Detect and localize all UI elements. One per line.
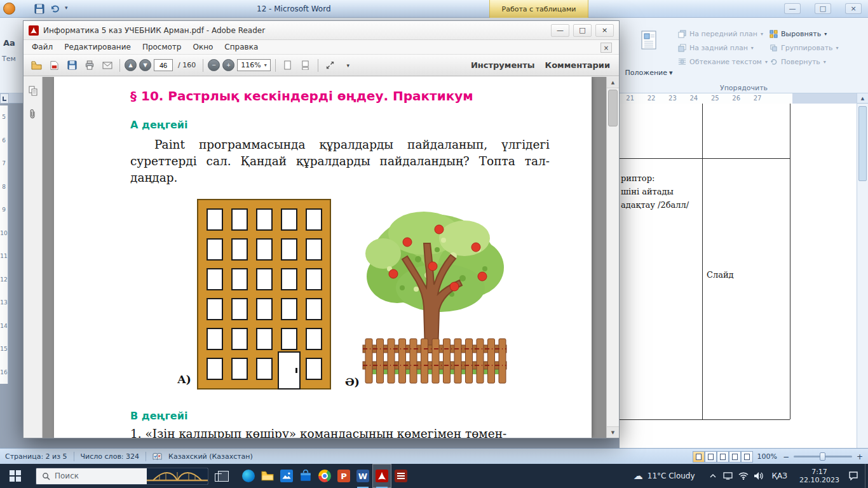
word-scroll-up[interactable]: ▲: [857, 93, 868, 104]
taskbar-photos-icon[interactable]: [277, 464, 296, 488]
word-app-icon[interactable]: [3, 3, 15, 15]
notification-center-icon[interactable]: [846, 464, 861, 488]
outline-view-button[interactable]: [729, 451, 741, 463]
zoom-in-button[interactable]: +: [855, 452, 864, 461]
menubar-close-icon[interactable]: ×: [600, 43, 612, 53]
adobe-scroll-thumb[interactable]: [608, 90, 618, 126]
menu-item[interactable]: Справка: [219, 41, 264, 53]
zoom-out-button[interactable]: −: [782, 452, 790, 461]
align-button[interactable]: Выровнять ▾: [770, 27, 839, 41]
email-icon[interactable]: [100, 58, 115, 73]
adobe-save-icon[interactable]: [64, 58, 79, 73]
ruler-number: 16: [0, 361, 8, 384]
adobe-maximize-button[interactable]: □: [573, 24, 592, 37]
search-input[interactable]: [55, 471, 147, 480]
pdf-heading: § 10. Растрлық кескіндерді өңдеу. Практи…: [130, 88, 473, 104]
send-back-button[interactable]: На задний план ▾: [678, 41, 768, 55]
hidden-icons-chevron[interactable]: [705, 464, 721, 488]
zoom-in-button[interactable]: +: [222, 59, 234, 71]
word-scrollbar[interactable]: ▲: [857, 93, 868, 448]
taskbar-store-icon[interactable]: [296, 464, 315, 488]
comments-button[interactable]: Комментарии: [541, 58, 614, 72]
taskbar-ebook-icon[interactable]: [391, 464, 410, 488]
zoom-slider-track[interactable]: [794, 456, 852, 458]
themes-aa-fragment[interactable]: Аа: [3, 38, 15, 48]
create-pdf-button[interactable]: [46, 58, 62, 73]
taskbar-chrome-icon[interactable]: [315, 464, 334, 488]
status-page-info[interactable]: Страница: 2 из 5: [5, 452, 67, 461]
weather-widget[interactable]: ☁ 11°C Cloudy: [634, 470, 695, 482]
system-tray: ☁ 11°C Cloudy ҚАЗ 7:17 22.10.2023: [634, 464, 868, 488]
status-word-count[interactable]: Число слов: 324: [81, 452, 140, 461]
table-border: [620, 419, 790, 420]
weather-text: 11°C Cloudy: [648, 471, 695, 480]
show-desktop-button[interactable]: [865, 464, 868, 488]
context-tab[interactable]: Работа с таблицами: [489, 0, 588, 18]
next-page-button[interactable]: ▼: [139, 59, 151, 71]
taskbar-search[interactable]: [36, 468, 208, 485]
status-zoom-percent[interactable]: 100%: [757, 452, 777, 461]
word-close-button[interactable]: ×: [845, 3, 862, 14]
word-maximize-button[interactable]: □: [815, 3, 831, 14]
open-file-button[interactable]: [29, 58, 44, 73]
taskbar-edge-icon[interactable]: [239, 464, 258, 488]
menu-item[interactable]: Файл: [26, 41, 58, 53]
network-wifi-icon[interactable]: [736, 464, 751, 488]
taskbar-adobe-reader-icon[interactable]: [372, 464, 391, 488]
draft-view-button[interactable]: [741, 451, 753, 463]
word-undo-icon[interactable]: [50, 4, 60, 14]
adobe-titlebar[interactable]: Информатика 5 каз УЧЕБНИК Арман.pdf - Ad…: [24, 21, 619, 40]
tab-stop-selector[interactable]: [0, 93, 9, 104]
ruler-number: 13: [0, 291, 8, 315]
task-view-button[interactable]: [212, 464, 234, 488]
ruler-number: 23: [662, 93, 683, 104]
adobe-close-button[interactable]: ×: [595, 24, 614, 37]
position-button[interactable]: Положение▾: [625, 25, 673, 81]
zoom-slider-thumb[interactable]: [820, 452, 825, 461]
paragraph-line: суреттерді сал. Қандай құралдарды пайдал…: [130, 153, 550, 170]
fullscreen-reading-view-button[interactable]: [705, 451, 717, 463]
word-minimize-button[interactable]: —: [784, 3, 801, 14]
spellcheck-icon[interactable]: [153, 452, 162, 461]
rotate-button[interactable]: Повернуть ▾: [770, 55, 839, 69]
volume-icon[interactable]: [751, 464, 766, 488]
single-page-view-icon[interactable]: [280, 58, 295, 73]
web-layout-view-button[interactable]: [717, 451, 729, 463]
print-icon[interactable]: [82, 58, 97, 73]
word-save-icon[interactable]: [34, 4, 44, 14]
menu-item[interactable]: Окно: [187, 41, 219, 53]
pdf-page[interactable]: § 10. Растрлық кескіндерді өңдеу. Практи…: [54, 77, 592, 438]
page-number-input[interactable]: [154, 59, 173, 71]
attachments-paperclip-icon[interactable]: [29, 109, 37, 119]
word-scroll-thumb[interactable]: [858, 106, 867, 181]
status-language[interactable]: Казахский (Казахстан): [168, 452, 253, 461]
adobe-scroll-down[interactable]: ▼: [607, 426, 619, 438]
fullscreen-mode-icon[interactable]: [323, 58, 338, 73]
search-highlight-image[interactable]: [147, 468, 208, 485]
bring-front-button[interactable]: На передний план ▾: [678, 27, 768, 41]
taskbar-clock[interactable]: 7:17 22.10.2023: [793, 468, 846, 484]
print-layout-view-button[interactable]: [693, 451, 705, 463]
zoom-level-select[interactable]: 116% ▾: [237, 59, 270, 71]
adobe-scroll-up[interactable]: ▲: [607, 77, 619, 88]
language-indicator[interactable]: ҚАЗ: [766, 471, 793, 480]
previous-page-button[interactable]: ▲: [125, 59, 137, 71]
level-a-heading: А деңгейі: [130, 119, 188, 131]
qat-dropdown-icon[interactable]: ▾: [65, 4, 68, 11]
display-icon[interactable]: [721, 464, 736, 488]
page-thumbnails-icon[interactable]: [29, 86, 37, 96]
toolbar-overflow-icon[interactable]: ▾: [341, 58, 356, 73]
text-wrap-button[interactable]: Обтекание текстом ▾: [678, 55, 768, 69]
start-button[interactable]: [0, 464, 31, 488]
zoom-out-button[interactable]: −: [208, 59, 220, 71]
taskbar-file-explorer-icon[interactable]: [258, 464, 277, 488]
taskbar-powerpoint-icon[interactable]: P: [334, 464, 353, 488]
continuous-scroll-view-icon[interactable]: [298, 58, 313, 73]
menu-item[interactable]: Просмотр: [137, 41, 187, 53]
adobe-minimize-button[interactable]: —: [551, 24, 569, 37]
adobe-scrollbar[interactable]: ▲ ▼: [606, 77, 619, 438]
taskbar-word-icon[interactable]: W: [353, 464, 372, 488]
tools-button[interactable]: Инструменты: [467, 58, 539, 72]
menu-item[interactable]: Редактирование: [58, 41, 137, 53]
group-button[interactable]: Группировать ▾: [770, 41, 839, 55]
